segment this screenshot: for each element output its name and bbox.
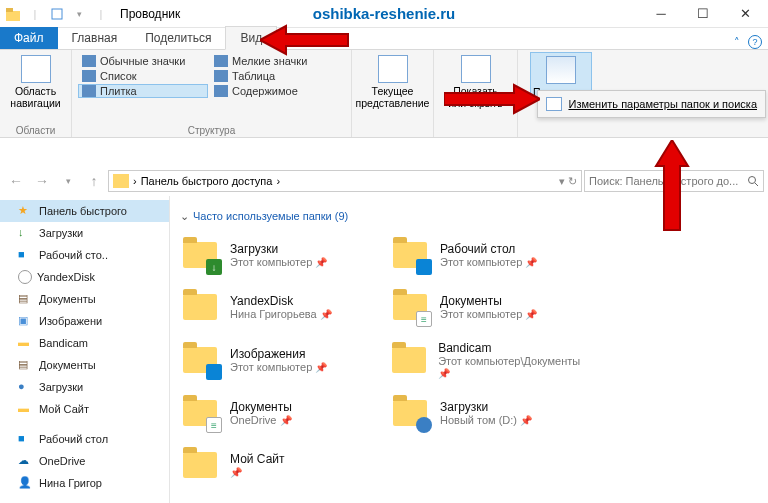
tab-home[interactable]: Главная [58, 27, 132, 49]
view-content[interactable]: Содержимое [210, 84, 340, 98]
tab-file[interactable]: Файл [0, 27, 58, 49]
sidebar-icon-user: 👤 [18, 476, 34, 490]
item-name: Рабочий стол [440, 242, 537, 256]
sidebar-item-2[interactable]: ■ Рабочий сто.. [0, 244, 169, 266]
sidebar-item-5[interactable]: ▣ Изображени [0, 310, 169, 332]
sidebar-label: Рабочий сто.. [39, 249, 108, 261]
pin-icon: 📌 [230, 467, 242, 478]
section-title[interactable]: Часто используемые папки (9) [193, 210, 348, 222]
item-name: Документы [230, 400, 292, 414]
options-dropdown-icon [546, 97, 562, 111]
sidebar-item-1[interactable]: ↓ Загрузки [0, 222, 169, 244]
help-icon[interactable]: ? [748, 35, 762, 49]
sidebar-item-13[interactable]: 👤 Нина Григор [0, 472, 169, 494]
sidebar-label: Изображени [39, 315, 102, 327]
item-name: YandexDisk [230, 294, 332, 308]
folder-item-6[interactable]: ≡ Документы OneDrive 📌 [174, 391, 384, 435]
view-normal-icon [82, 55, 96, 67]
section-caret[interactable]: ⌄ [180, 210, 189, 222]
refresh-icon[interactable]: ▾ ↻ [559, 175, 577, 188]
sidebar-label: Документы [39, 359, 96, 371]
folder-item-5[interactable]: Bandicam Этот компьютер\Документы 📌 [384, 337, 594, 383]
maximize-button[interactable]: ☐ [682, 1, 724, 27]
folder-icon [180, 342, 220, 378]
item-sub: 📌 [230, 466, 285, 478]
breadcrumb-root[interactable]: Панель быстрого доступа [141, 175, 273, 187]
nav-pane-button[interactable]: Область навигации [5, 52, 67, 112]
folder-icon [390, 237, 430, 273]
sidebar-icon-dl: ↓ [18, 226, 34, 240]
close-button[interactable]: ✕ [724, 1, 766, 27]
sidebar-icon-ydisk [18, 270, 32, 284]
sidebar-label: Нина Григор [39, 477, 102, 489]
folder-icon: ≡ [180, 395, 220, 431]
view-list[interactable]: Список [78, 69, 208, 83]
view-table-icon [214, 70, 228, 82]
ribbon-collapse-icon[interactable]: ˄ [734, 36, 740, 49]
search-icon [747, 175, 759, 187]
pin-icon: 📌 [315, 362, 327, 373]
pin-icon: 📌 [525, 257, 537, 268]
item-sub: Этот компьютер 📌 [440, 256, 537, 268]
qat-new-icon[interactable]: ▾ [70, 5, 88, 23]
item-sub: Этот компьютер 📌 [230, 256, 327, 268]
folder-item-7[interactable]: Загрузки Новый том (D:) 📌 [384, 391, 594, 435]
sidebar-item-11[interactable]: ■ Рабочий стол [0, 428, 169, 450]
qat-props-icon[interactable] [48, 5, 66, 23]
folder-item-4[interactable]: Изображения Этот компьютер 📌 [174, 337, 384, 383]
folder-icon [390, 395, 430, 431]
folder-item-0[interactable]: ↓ Загрузки Этот компьютер 📌 [174, 233, 384, 277]
document-overlay-icon: ≡ [416, 311, 432, 327]
folder-item-3[interactable]: ≡ Документы Этот компьютер 📌 [384, 285, 594, 329]
folder-icon [390, 342, 428, 378]
item-sub: OneDrive 📌 [230, 414, 292, 426]
titlebar: | ▾ | Проводник oshibka-reshenie.ru ─ ☐ … [0, 0, 768, 28]
item-name: Загрузки [440, 400, 532, 414]
sidebar-item-6[interactable]: ▬ Bandicam [0, 332, 169, 354]
sidebar-item-7[interactable]: ▤ Документы [0, 354, 169, 376]
sidebar-item-9[interactable]: ▬ Мой Сайт [0, 398, 169, 420]
sidebar-item-0[interactable]: ★ Панель быстрого [0, 200, 169, 222]
current-view-button[interactable]: Текущее представление [362, 52, 424, 112]
sidebar-label: Загрузки [39, 227, 83, 239]
up-button[interactable]: ↑ [82, 169, 106, 193]
back-button[interactable]: ← [4, 169, 28, 193]
view-tile[interactable]: Плитка [78, 84, 208, 98]
folder-icon [180, 289, 220, 325]
sidebar-label: Документы [39, 293, 96, 305]
sidebar-icon-fold: ▬ [18, 336, 34, 350]
desktop-overlay-icon [206, 364, 222, 380]
sidebar-item-8[interactable]: ● Загрузки [0, 376, 169, 398]
recent-button[interactable]: ▾ [56, 169, 80, 193]
folder-item-8[interactable]: Мой Сайт 📌 [174, 443, 384, 487]
sidebar-label: YandexDisk [37, 271, 95, 283]
svg-rect-1 [6, 8, 13, 12]
minimize-button[interactable]: ─ [640, 1, 682, 27]
options-dropdown[interactable]: Изменить параметры папок и поиска [537, 90, 766, 118]
options-dropdown-label: Изменить параметры папок и поиска [568, 98, 757, 110]
app-title: Проводник [120, 7, 180, 21]
folder-item-2[interactable]: YandexDisk Нина Григорьева 📌 [174, 285, 384, 329]
view-table[interactable]: Таблица [210, 69, 340, 83]
item-name: Мой Сайт [230, 452, 285, 466]
sidebar-item-4[interactable]: ▤ Документы [0, 288, 169, 310]
sidebar-item-3[interactable]: YandexDisk [0, 266, 169, 288]
item-sub: Новый том (D:) 📌 [440, 414, 532, 426]
folder-icon: ≡ [390, 289, 430, 325]
folder-item-1[interactable]: Рабочий стол Этот компьютер 📌 [384, 233, 594, 277]
view-list-icon [82, 70, 96, 82]
view-normal[interactable]: Обычные значки [78, 54, 208, 68]
address-icon [113, 174, 129, 188]
address-bar[interactable]: › Панель быстрого доступа › ▾ ↻ [108, 170, 582, 192]
forward-button[interactable]: → [30, 169, 54, 193]
tab-share[interactable]: Поделиться [131, 27, 225, 49]
sidebar-item-12[interactable]: ☁ OneDrive [0, 450, 169, 472]
pin-icon: 📌 [520, 415, 532, 426]
document-overlay-icon: ≡ [206, 417, 222, 433]
svg-marker-7 [656, 140, 688, 230]
view-list-label: Список [100, 70, 137, 82]
view-content-label: Содержимое [232, 85, 298, 97]
nav-pane-label: Область навигации [8, 85, 64, 109]
sidebar-icon-od: ☁ [18, 454, 34, 468]
view-table-label: Таблица [232, 70, 275, 82]
